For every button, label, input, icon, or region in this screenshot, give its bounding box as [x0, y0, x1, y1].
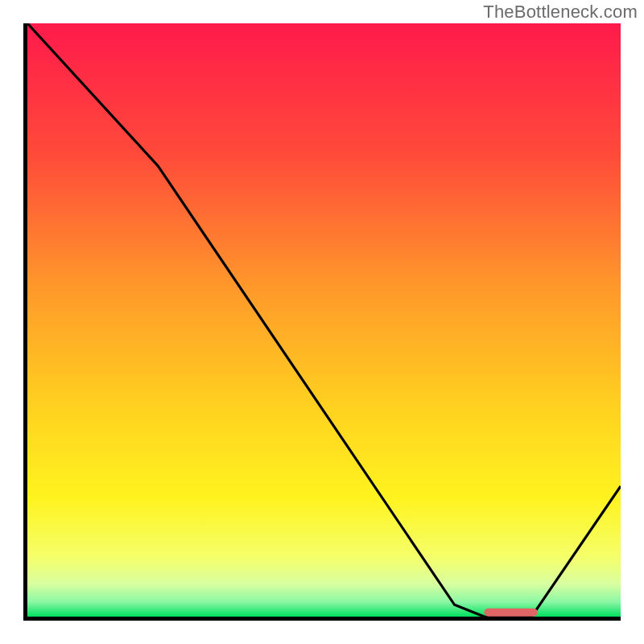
watermark-text: TheBottleneck.com — [483, 2, 638, 23]
chart-container: TheBottleneck.com — [0, 0, 644, 644]
bottleneck-curve — [27, 23, 621, 617]
optimal-range-marker — [485, 609, 538, 617]
plot-area — [27, 23, 621, 617]
curve-layer — [27, 23, 621, 617]
plot-frame — [23, 23, 621, 621]
